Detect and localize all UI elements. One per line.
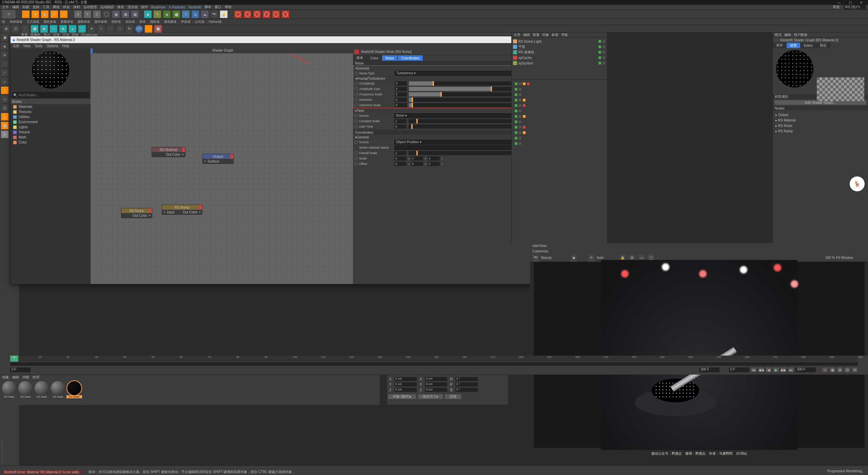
mat-menu-纹理[interactable]: 纹理 (33, 375, 39, 380)
key-rot[interactable]: ⟲ (852, 367, 858, 373)
param-Distortion Scale[interactable]: 0 (395, 103, 407, 107)
point-mode[interactable]: ⋮ (1, 60, 9, 68)
subdivision-tool[interactable]: ◉ (163, 10, 171, 18)
apply-button[interactable]: 应用 (445, 394, 461, 399)
workplane-tool[interactable]: ◫ (12, 25, 20, 33)
maximize-button[interactable]: ▢ (849, 1, 852, 4)
x-axis-lock[interactable]: X (74, 10, 82, 18)
rs-tool-6[interactable] (281, 10, 290, 18)
pos-y[interactable]: 0 cm (394, 382, 417, 386)
capsule-field[interactable]: ⬬ (59, 25, 67, 33)
cloner-tool[interactable]: ⠿ (182, 10, 190, 18)
menu-RealFlow[interactable]: RealFlow (151, 5, 165, 9)
obj-RS 摄像机[interactable]: RS 摄像机 (512, 50, 607, 55)
frame-start[interactable]: 0 F (10, 367, 31, 372)
menu-X-Particles[interactable]: X-Particles (169, 5, 185, 9)
shader-window-titlebar[interactable]: ◆ Redshift Shader Graph - RS Material.3 … (11, 36, 542, 43)
play-back[interactable]: ◀ (766, 367, 772, 373)
object-mode[interactable]: ◈ (1, 42, 9, 50)
obj-menu-查看[interactable]: 查看 (533, 33, 539, 37)
menu-选择[interactable]: 选择 (33, 5, 39, 10)
node-cat-Utilities[interactable]: Utilities (11, 114, 91, 119)
field-随机域[interactable]: 随机域 (150, 20, 159, 24)
material-3[interactable]: RS Mate (50, 381, 66, 398)
coord-mode-dropdown[interactable]: 对象 (相对) ▾ (388, 394, 416, 399)
misc-7[interactable]: ⬤ (154, 25, 162, 33)
menu-角色[interactable]: 角色 (117, 5, 124, 10)
material-2[interactable]: RS Mate (34, 381, 50, 398)
menu-帮助[interactable]: 帮助 (225, 5, 232, 10)
obj-xpCache[interactable]: xpCache (512, 55, 607, 60)
timeline-ruler[interactable]: 0 01020304050607080901001101201301401501… (10, 356, 858, 362)
sw-menu-Help[interactable]: Help (62, 44, 70, 48)
soft-select[interactable]: ◗ (1, 113, 9, 121)
field-着色器域[interactable]: 着色器域 (164, 20, 176, 24)
field-圆柱体域[interactable]: 圆柱体域 (44, 20, 56, 24)
param-Complexity[interactable]: 3 (395, 81, 407, 86)
key-pos[interactable]: ⊕ (837, 367, 843, 373)
menu-创建[interactable]: 创建 (22, 5, 29, 10)
field-声音域[interactable]: 声音域 (181, 20, 190, 24)
node-output[interactable]: Output Surface (202, 154, 234, 164)
dollar-tool[interactable]: $ (1, 130, 9, 138)
shader-graph-canvas[interactable]: Shader Graph RS Material Out Color Outpu… (91, 49, 353, 284)
node-rs-material[interactable]: RS Material Out Color (152, 147, 185, 157)
goto-start[interactable]: ⏮ (751, 367, 757, 373)
size-x[interactable]: 0 cm (425, 377, 447, 381)
cylinder-field[interactable]: ⬭ (50, 25, 58, 33)
obj-hidden-4[interactable] (513, 103, 606, 108)
spline-tool[interactable]: ✎ (153, 10, 161, 18)
box-field[interactable]: ◼ (40, 25, 48, 33)
snap-toggle[interactable]: ⊡ (1, 104, 9, 112)
tweak-mode[interactable]: ⬤ (1, 121, 9, 130)
offset-y[interactable]: 0 (411, 162, 423, 166)
node-rs-noise[interactable]: RS Noise Out Color (121, 208, 152, 218)
autokey[interactable]: ◉ (829, 367, 835, 373)
node-li-Output[interactable]: ▸ Output (773, 112, 868, 117)
node-li-RS Ramp[interactable]: ▸ RS Ramp (773, 128, 868, 134)
qr-tool[interactable]: QR (135, 25, 143, 33)
misc-6[interactable]: ↓ (144, 25, 153, 33)
torus-field[interactable]: ◯ (78, 25, 86, 33)
render-settings-button[interactable]: ▦ (131, 10, 139, 18)
menu-编辑[interactable]: 编辑 (12, 5, 19, 10)
find-nodes-input[interactable]: 🔍 Find Nodes... (12, 92, 89, 98)
node-cat-Environment[interactable]: Environment (11, 119, 91, 125)
attrr-menu-用户数据[interactable]: 用户数据 (794, 33, 807, 37)
misc-2[interactable]: ✧ (97, 25, 105, 33)
field-球体[interactable]: 球体 (139, 20, 145, 24)
move-tool[interactable]: ✥ (31, 10, 39, 18)
menu-网格[interactable]: 网格 (53, 5, 60, 10)
param-User Time[interactable]: 0 (394, 125, 407, 129)
misc-5[interactable]: fx (125, 25, 134, 33)
node-li-RS Noise[interactable]: ▸ RS Noise (773, 123, 868, 128)
coord-system[interactable] (102, 10, 111, 18)
aov-dropdown[interactable]: Beauty (541, 256, 568, 260)
offset-z[interactable]: 0 (428, 162, 440, 166)
field-组[interactable]: 组 (2, 20, 5, 24)
node-cat-Volume[interactable]: Volume (11, 130, 91, 135)
obj-hidden-11[interactable] (513, 141, 606, 146)
menu-脚本[interactable]: 脚本 (204, 5, 211, 10)
attr-tab-Coordinates[interactable]: Coordinates (398, 55, 423, 61)
material-1[interactable]: RS Mate (18, 381, 33, 398)
render-canvas[interactable] (534, 262, 865, 448)
scale-z[interactable]: 4 (428, 156, 440, 160)
obj-hidden-7[interactable] (513, 119, 606, 125)
minimize-button[interactable]: — (837, 1, 841, 4)
field-公式域[interactable]: 公式域 (195, 20, 204, 24)
material-4[interactable]: RS Mate (66, 381, 82, 398)
pos-x[interactable]: 0 cm (394, 377, 417, 381)
rot-p[interactable]: 0 ° (455, 382, 478, 386)
goto-end[interactable]: ⏭ (788, 367, 794, 373)
field-立方体域[interactable]: 立方体域 (27, 20, 39, 24)
obj-RS Dome Light[interactable]: RS Dome Light (512, 39, 607, 44)
array-tool[interactable]: ⬤ (172, 10, 180, 18)
rs-tool-1[interactable] (234, 10, 242, 18)
node-rs-ramp[interactable]: RS Ramp InputOut Color (162, 205, 202, 215)
render-region-button[interactable]: ▦ (121, 10, 130, 18)
sw-menu-Tools[interactable]: Tools (35, 44, 42, 48)
rv-cam[interactable]: 📷 (532, 254, 540, 262)
rs-tool-4[interactable] (262, 10, 271, 18)
node-cat-Color[interactable]: Color (11, 140, 91, 145)
